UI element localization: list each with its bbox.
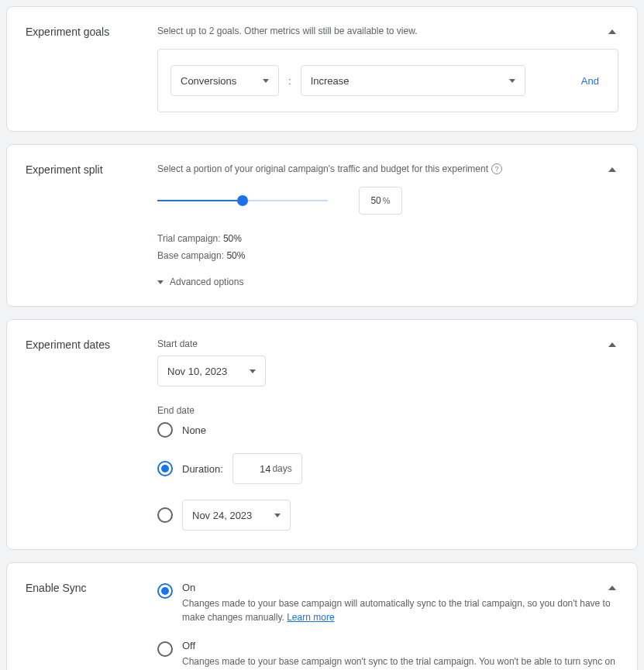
end-date-label: End date	[157, 405, 618, 416]
chevron-down-icon	[250, 369, 256, 373]
end-date-specific-radio[interactable]	[157, 507, 173, 523]
section-title: Experiment split	[26, 163, 157, 176]
chevron-down-icon	[274, 514, 281, 517]
collapse-button[interactable]	[603, 335, 622, 354]
trial-split-text: Trial campaign: 50%	[157, 233, 618, 244]
advanced-options-toggle[interactable]: Advanced options	[157, 277, 618, 287]
chevron-up-icon	[608, 29, 616, 34]
chevron-down-icon	[263, 79, 269, 83]
collapse-button[interactable]	[603, 160, 622, 179]
end-date-value: Nov 24, 2023	[192, 510, 252, 521]
chevron-down-icon	[509, 79, 515, 83]
split-slider[interactable]	[157, 200, 328, 201]
sync-on-radio[interactable]	[157, 583, 173, 599]
section-title: Experiment dates	[26, 338, 157, 351]
split-helper-text: Select a portion of your original campai…	[157, 163, 618, 174]
end-date-picker[interactable]: Nov 24, 2023	[182, 500, 291, 531]
sync-on-description: Changes made to your base campaign will …	[182, 596, 618, 624]
direction-select[interactable]: Increase	[301, 65, 525, 96]
goals-helper-text: Select up to 2 goals. Other metrics will…	[157, 26, 618, 36]
sync-off-radio[interactable]	[157, 641, 173, 657]
metric-select[interactable]: Conversions	[170, 65, 279, 96]
sync-off-label: Off	[182, 640, 618, 651]
metric-value: Conversions	[181, 75, 236, 87]
base-split-text: Base campaign: 50%	[157, 250, 618, 261]
add-goal-link[interactable]: And	[581, 75, 605, 87]
sync-on-label: On	[182, 582, 618, 593]
start-date-label: Start date	[157, 338, 618, 349]
enable-sync-card: Enable Sync On Changes made to your base…	[6, 562, 638, 670]
end-date-none-radio[interactable]	[157, 422, 173, 438]
duration-label: Duration:	[182, 463, 223, 475]
duration-input[interactable]: 14days	[232, 453, 302, 484]
experiment-split-card: Experiment split Select a portion of you…	[6, 144, 638, 307]
experiment-goals-card: Experiment goals Select up to 2 goals. O…	[6, 6, 638, 132]
collapse-button[interactable]	[603, 579, 622, 597]
section-title: Experiment goals	[26, 26, 157, 38]
direction-value: Increase	[311, 75, 350, 87]
start-date-value: Nov 10, 2023	[167, 366, 227, 377]
chevron-up-icon	[608, 167, 616, 172]
colon-separator: :	[288, 75, 291, 87]
chevron-up-icon	[608, 586, 616, 590]
experiment-dates-card: Experiment dates Start date Nov 10, 2023…	[6, 319, 638, 550]
chevron-up-icon	[608, 342, 616, 347]
end-date-none-label: None	[182, 424, 206, 436]
help-icon[interactable]: ?	[491, 163, 502, 174]
slider-thumb[interactable]	[237, 195, 248, 206]
sync-off-description: Changes made to your base campaign won't…	[182, 655, 618, 670]
goals-input-row: Conversions : Increase And	[157, 49, 618, 112]
end-date-duration-radio[interactable]	[157, 461, 173, 476]
collapse-button[interactable]	[603, 22, 622, 41]
section-title: Enable Sync	[26, 582, 157, 594]
chevron-down-icon	[157, 280, 164, 284]
split-percent-input[interactable]: 50%	[359, 187, 402, 215]
start-date-picker[interactable]: Nov 10, 2023	[157, 356, 266, 387]
learn-more-link[interactable]: Learn more	[287, 612, 334, 623]
